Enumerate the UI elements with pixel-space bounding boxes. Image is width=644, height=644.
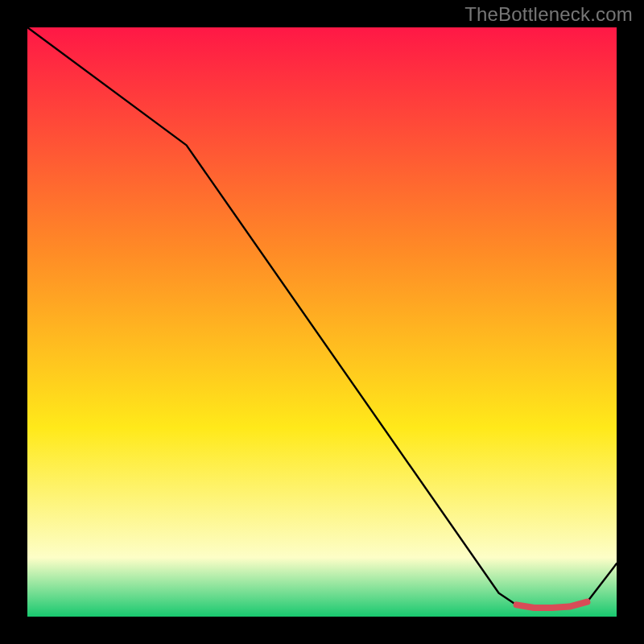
watermark-text: TheBottleneck.com [464,3,633,26]
plot-area [27,27,617,617]
plot-svg [27,27,617,617]
chart-stage: TheBottleneck.com [0,0,644,644]
gradient-bg [27,27,617,617]
